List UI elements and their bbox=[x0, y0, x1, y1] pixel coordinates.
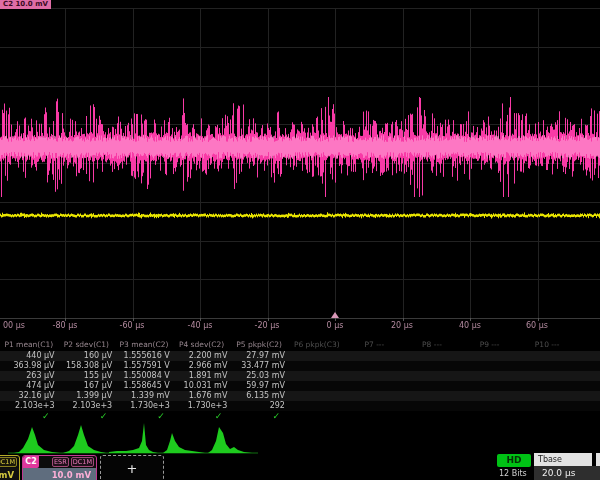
measure-cell-mean bbox=[288, 361, 346, 371]
histicon-row bbox=[0, 421, 600, 455]
measure-cell-min: 1.550084 V bbox=[115, 371, 173, 381]
histicon bbox=[14, 427, 60, 453]
measure-column-header[interactable]: P5 pkpk(C2) bbox=[230, 339, 288, 351]
measure-cell-max bbox=[576, 381, 600, 391]
measure-cell-max: 1.558645 V bbox=[115, 381, 173, 391]
measure-cell-max: 167 µV bbox=[58, 381, 116, 391]
histicon bbox=[208, 427, 252, 453]
trigger-position-marker[interactable] bbox=[331, 312, 339, 318]
channel-descriptor-c1[interactable]: DC1M 10.0 mV bbox=[0, 455, 20, 480]
measure-column-header[interactable]: P1 mean(C1) bbox=[0, 339, 58, 351]
measure-cell-min: 263 µV bbox=[0, 371, 58, 381]
measure-cell-min bbox=[288, 371, 346, 381]
measure-cell-mean: 1.557591 V bbox=[115, 361, 173, 371]
measure-cell-value: 27.97 mV bbox=[230, 351, 288, 361]
trigger-descriptor-partial[interactable] bbox=[596, 453, 600, 466]
measure-cell-sdev: 32.16 µV bbox=[0, 391, 58, 401]
time-axis-label: 20 µs bbox=[391, 321, 413, 330]
measure-cell-value: 440 µV bbox=[0, 351, 58, 361]
measure-column-header[interactable]: P4 sdev(C2) bbox=[173, 339, 231, 351]
measure-cell-max: 59.97 mV bbox=[230, 381, 288, 391]
measure-column-header[interactable]: P10 --- bbox=[518, 339, 576, 351]
measure-cell-value: 160 µV bbox=[58, 351, 116, 361]
measure-cell-sdev: 1.676 mV bbox=[173, 391, 231, 401]
time-axis-label: -40 µs bbox=[188, 321, 213, 330]
measure-cell-num: 1.730e+3 bbox=[173, 401, 231, 411]
measure-cell-mean bbox=[518, 361, 576, 371]
measure-cell-mean: 2.966 mV bbox=[173, 361, 231, 371]
time-axis-label: -80 µs bbox=[53, 321, 78, 330]
measure-cell-mean bbox=[461, 361, 519, 371]
measure-cell-mean: 158.308 µV bbox=[58, 361, 116, 371]
measure-cell-max bbox=[518, 381, 576, 391]
measure-cell-mean bbox=[403, 361, 461, 371]
measure-column-header[interactable]: P bbox=[576, 339, 600, 351]
measure-cell-value bbox=[461, 351, 519, 361]
measure-cell-sdev: 1.399 µV bbox=[58, 391, 116, 401]
measure-cell-num: 2.103e+3 bbox=[0, 401, 58, 411]
measure-cell-mean bbox=[576, 361, 600, 371]
measure-cell-num: 1.730e+3 bbox=[115, 401, 173, 411]
hd-bits-label: 12 Bits bbox=[499, 469, 527, 478]
time-axis-label: 0 µs bbox=[327, 321, 344, 330]
measure-column-header[interactable]: P7 --- bbox=[346, 339, 404, 351]
measure-cell-sdev bbox=[346, 391, 404, 401]
measure-cell-value bbox=[403, 351, 461, 361]
measure-cell-min bbox=[346, 371, 404, 381]
timebase-value[interactable]: 20.0 µs bbox=[534, 466, 600, 480]
measure-column-header[interactable]: P6 pkpk(C3) bbox=[288, 339, 346, 351]
measure-cell-max bbox=[461, 381, 519, 391]
coupling-token-c2: DC1M bbox=[71, 457, 94, 467]
c2-scale-value: 10.0 mV bbox=[23, 468, 96, 480]
c2-channel-tab[interactable]: C2 bbox=[23, 456, 39, 468]
measure-cell-mean: 363.98 µV bbox=[0, 361, 58, 371]
histicon bbox=[109, 423, 158, 453]
measure-column-header[interactable]: P9 --- bbox=[461, 339, 519, 351]
hd-mode-badge[interactable]: HD bbox=[497, 454, 531, 467]
measure-cell-value bbox=[288, 351, 346, 361]
measure-cell-min bbox=[461, 371, 519, 381]
histicon bbox=[163, 433, 205, 453]
measure-cell-value: 1.555616 V bbox=[115, 351, 173, 361]
time-axis-label: 60 µs bbox=[526, 321, 548, 330]
measure-cell-sdev bbox=[518, 391, 576, 401]
add-trace-button[interactable]: + bbox=[100, 455, 164, 480]
timebase-descriptor[interactable]: Tbase bbox=[534, 453, 592, 466]
c2-flag-token: ESR bbox=[52, 457, 69, 467]
time-axis-label: -20 µs bbox=[255, 321, 280, 330]
measure-cell-num bbox=[346, 401, 404, 411]
measure-cell-mean: 33.477 mV bbox=[230, 361, 288, 371]
measure-cell-sdev bbox=[288, 391, 346, 401]
measure-cell-min bbox=[518, 371, 576, 381]
time-axis-label: -60 µs bbox=[120, 321, 145, 330]
measure-cell-num bbox=[461, 401, 519, 411]
measure-cell-max: 10.031 mV bbox=[173, 381, 231, 391]
c1-scale-value: 10.0 mV bbox=[0, 468, 19, 480]
measure-cell-min: 1.891 mV bbox=[173, 371, 231, 381]
measure-cell-num bbox=[518, 401, 576, 411]
time-axis-label: 40 µs bbox=[459, 321, 481, 330]
coupling-token-c1: DC1M bbox=[0, 457, 17, 467]
measure-cell-num: 292 bbox=[230, 401, 288, 411]
measure-column-header[interactable]: P8 --- bbox=[403, 339, 461, 351]
measure-cell-value bbox=[346, 351, 404, 361]
oscilloscope-screen: C2 10.0 mV 00 µs-80 µs-60 µs-40 µs-20 µs… bbox=[0, 0, 600, 480]
measure-cell-max bbox=[288, 381, 346, 391]
measure-cell-min: 25.03 mV bbox=[230, 371, 288, 381]
measure-cell-min bbox=[576, 371, 600, 381]
measure-cell-min: 155 µV bbox=[58, 371, 116, 381]
measure-cell-num bbox=[403, 401, 461, 411]
channel-descriptor-c2[interactable]: C2 ESR DC1M 10.0 mV bbox=[22, 455, 97, 480]
measure-table: P1 mean(C1)P2 sdev(C1)P3 mean(C2)P4 sdev… bbox=[0, 339, 600, 422]
selected-trace-badge[interactable]: C2 10.0 mV bbox=[0, 0, 51, 9]
measure-cell-sdev: 1.339 mV bbox=[115, 391, 173, 401]
measure-column-header[interactable]: P2 sdev(C1) bbox=[58, 339, 116, 351]
measure-cell-num: 2.103e+3 bbox=[58, 401, 116, 411]
measure-cell-max bbox=[346, 381, 404, 391]
measure-cell-value: 2.200 mV bbox=[173, 351, 231, 361]
measure-column-header[interactable]: P3 mean(C2) bbox=[115, 339, 173, 351]
measure-cell-value bbox=[576, 351, 600, 361]
measure-cell-num bbox=[288, 401, 346, 411]
measure-cell-sdev bbox=[576, 391, 600, 401]
histicon bbox=[63, 425, 106, 453]
